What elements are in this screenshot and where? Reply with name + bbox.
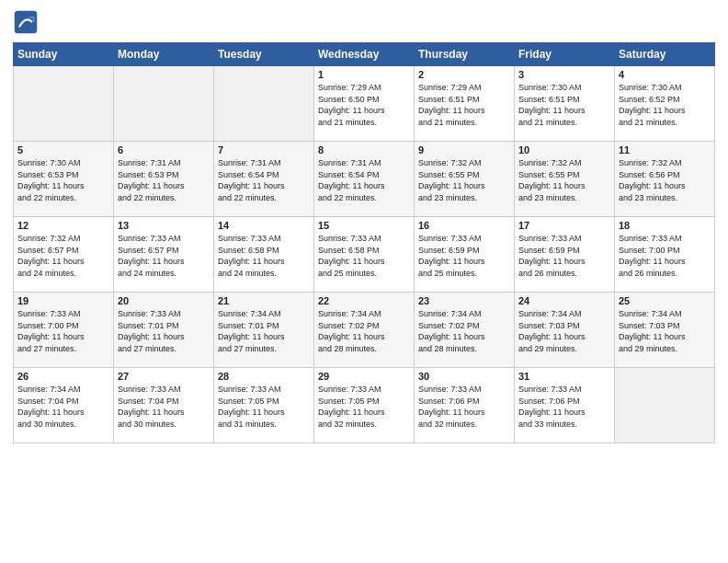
calendar-cell: 24Sunrise: 7:34 AM Sunset: 7:03 PM Dayli… (515, 293, 615, 368)
cell-content: Sunrise: 7:34 AM Sunset: 7:01 PM Dayligh… (218, 308, 310, 354)
cell-content: Sunrise: 7:33 AM Sunset: 7:01 PM Dayligh… (118, 308, 210, 354)
cell-content: Sunrise: 7:33 AM Sunset: 6:58 PM Dayligh… (318, 233, 410, 279)
day-number: 25 (619, 295, 711, 306)
day-number: 10 (518, 144, 610, 155)
cell-content: Sunrise: 7:33 AM Sunset: 6:59 PM Dayligh… (518, 233, 610, 279)
day-number: 30 (418, 371, 510, 382)
cell-content: Sunrise: 7:33 AM Sunset: 6:59 PM Dayligh… (418, 233, 510, 279)
week-row-5: 26Sunrise: 7:34 AM Sunset: 7:04 PM Dayli… (14, 368, 715, 443)
logo-icon (13, 9, 39, 35)
day-number: 6 (118, 144, 210, 155)
cell-content: Sunrise: 7:34 AM Sunset: 7:02 PM Dayligh… (418, 308, 510, 354)
cell-content: Sunrise: 7:31 AM Sunset: 6:54 PM Dayligh… (318, 157, 410, 203)
calendar-cell: 4Sunrise: 7:30 AM Sunset: 6:52 PM Daylig… (615, 66, 715, 142)
calendar-cell (114, 66, 214, 142)
day-number: 17 (518, 220, 610, 231)
calendar-cell: 10Sunrise: 7:32 AM Sunset: 6:55 PM Dayli… (515, 142, 615, 217)
day-number: 2 (418, 69, 510, 80)
cell-content: Sunrise: 7:34 AM Sunset: 7:02 PM Dayligh… (318, 308, 410, 354)
day-number: 18 (619, 220, 711, 231)
calendar-cell: 17Sunrise: 7:33 AM Sunset: 6:59 PM Dayli… (515, 217, 615, 293)
calendar: SundayMondayTuesdayWednesdayThursdayFrid… (13, 42, 715, 443)
calendar-cell: 28Sunrise: 7:33 AM Sunset: 7:05 PM Dayli… (214, 368, 314, 443)
cell-content: Sunrise: 7:32 AM Sunset: 6:57 PM Dayligh… (17, 233, 109, 279)
day-number: 16 (418, 220, 510, 231)
calendar-cell: 9Sunrise: 7:32 AM Sunset: 6:55 PM Daylig… (415, 142, 515, 217)
calendar-cell: 25Sunrise: 7:34 AM Sunset: 7:03 PM Dayli… (615, 293, 715, 368)
cell-content: Sunrise: 7:33 AM Sunset: 6:58 PM Dayligh… (218, 233, 310, 279)
cell-content: Sunrise: 7:33 AM Sunset: 7:00 PM Dayligh… (619, 233, 711, 279)
weekday-header-thursday: Thursday (415, 43, 515, 66)
day-number: 21 (218, 295, 310, 306)
week-row-2: 5Sunrise: 7:30 AM Sunset: 6:53 PM Daylig… (14, 142, 715, 217)
header (13, 9, 715, 35)
calendar-cell: 15Sunrise: 7:33 AM Sunset: 6:58 PM Dayli… (314, 217, 415, 293)
calendar-cell: 27Sunrise: 7:33 AM Sunset: 7:04 PM Dayli… (114, 368, 214, 443)
day-number: 1 (318, 69, 410, 80)
day-number: 24 (518, 295, 610, 306)
day-number: 12 (17, 220, 109, 231)
calendar-cell: 30Sunrise: 7:33 AM Sunset: 7:06 PM Dayli… (415, 368, 515, 443)
day-number: 8 (318, 144, 410, 155)
cell-content: Sunrise: 7:30 AM Sunset: 6:52 PM Dayligh… (619, 82, 711, 128)
day-number: 19 (17, 295, 109, 306)
cell-content: Sunrise: 7:34 AM Sunset: 7:03 PM Dayligh… (518, 308, 610, 354)
cell-content: Sunrise: 7:34 AM Sunset: 7:03 PM Dayligh… (619, 308, 711, 354)
calendar-cell: 3Sunrise: 7:30 AM Sunset: 6:51 PM Daylig… (515, 66, 615, 142)
day-number: 22 (318, 295, 410, 306)
weekday-header-saturday: Saturday (615, 43, 715, 66)
weekday-header-monday: Monday (114, 43, 214, 66)
calendar-cell: 7Sunrise: 7:31 AM Sunset: 6:54 PM Daylig… (214, 142, 314, 217)
day-number: 15 (318, 220, 410, 231)
cell-content: Sunrise: 7:33 AM Sunset: 7:05 PM Dayligh… (318, 384, 410, 430)
calendar-cell: 14Sunrise: 7:33 AM Sunset: 6:58 PM Dayli… (214, 217, 314, 293)
cell-content: Sunrise: 7:33 AM Sunset: 7:06 PM Dayligh… (418, 384, 510, 430)
week-row-3: 12Sunrise: 7:32 AM Sunset: 6:57 PM Dayli… (14, 217, 715, 293)
cell-content: Sunrise: 7:33 AM Sunset: 6:57 PM Dayligh… (118, 233, 210, 279)
day-number: 14 (218, 220, 310, 231)
cell-content: Sunrise: 7:30 AM Sunset: 6:51 PM Dayligh… (518, 82, 610, 128)
day-number: 26 (17, 371, 109, 382)
day-number: 29 (318, 371, 410, 382)
weekday-header-tuesday: Tuesday (214, 43, 314, 66)
day-number: 23 (418, 295, 510, 306)
calendar-cell: 31Sunrise: 7:33 AM Sunset: 7:06 PM Dayli… (515, 368, 615, 443)
cell-content: Sunrise: 7:33 AM Sunset: 7:00 PM Dayligh… (17, 308, 109, 354)
calendar-cell: 5Sunrise: 7:30 AM Sunset: 6:53 PM Daylig… (14, 142, 114, 217)
day-number: 7 (218, 144, 310, 155)
calendar-cell: 11Sunrise: 7:32 AM Sunset: 6:56 PM Dayli… (615, 142, 715, 217)
day-number: 5 (17, 144, 109, 155)
calendar-cell (615, 368, 715, 443)
cell-content: Sunrise: 7:31 AM Sunset: 6:53 PM Dayligh… (118, 157, 210, 203)
day-number: 28 (218, 371, 310, 382)
calendar-cell: 2Sunrise: 7:29 AM Sunset: 6:51 PM Daylig… (415, 66, 515, 142)
day-number: 9 (418, 144, 510, 155)
day-number: 13 (118, 220, 210, 231)
cell-content: Sunrise: 7:33 AM Sunset: 7:04 PM Dayligh… (118, 384, 210, 430)
week-row-4: 19Sunrise: 7:33 AM Sunset: 7:00 PM Dayli… (14, 293, 715, 368)
cell-content: Sunrise: 7:32 AM Sunset: 6:56 PM Dayligh… (619, 157, 711, 203)
cell-content: Sunrise: 7:34 AM Sunset: 7:04 PM Dayligh… (17, 384, 109, 430)
weekday-header-row: SundayMondayTuesdayWednesdayThursdayFrid… (14, 43, 715, 66)
day-number: 27 (118, 371, 210, 382)
logo (13, 9, 40, 35)
day-number: 31 (518, 371, 610, 382)
page: SundayMondayTuesdayWednesdayThursdayFrid… (0, 0, 728, 563)
cell-content: Sunrise: 7:32 AM Sunset: 6:55 PM Dayligh… (418, 157, 510, 203)
calendar-cell: 6Sunrise: 7:31 AM Sunset: 6:53 PM Daylig… (114, 142, 214, 217)
calendar-cell (14, 66, 114, 142)
calendar-cell: 29Sunrise: 7:33 AM Sunset: 7:05 PM Dayli… (314, 368, 415, 443)
calendar-cell (214, 66, 314, 142)
day-number: 11 (619, 144, 711, 155)
calendar-cell: 12Sunrise: 7:32 AM Sunset: 6:57 PM Dayli… (14, 217, 114, 293)
day-number: 20 (118, 295, 210, 306)
calendar-cell: 22Sunrise: 7:34 AM Sunset: 7:02 PM Dayli… (314, 293, 415, 368)
weekday-header-sunday: Sunday (14, 43, 114, 66)
calendar-cell: 26Sunrise: 7:34 AM Sunset: 7:04 PM Dayli… (14, 368, 114, 443)
calendar-cell: 18Sunrise: 7:33 AM Sunset: 7:00 PM Dayli… (615, 217, 715, 293)
calendar-cell: 23Sunrise: 7:34 AM Sunset: 7:02 PM Dayli… (415, 293, 515, 368)
week-row-1: 1Sunrise: 7:29 AM Sunset: 6:50 PM Daylig… (14, 66, 715, 142)
calendar-cell: 8Sunrise: 7:31 AM Sunset: 6:54 PM Daylig… (314, 142, 415, 217)
cell-content: Sunrise: 7:33 AM Sunset: 7:05 PM Dayligh… (218, 384, 310, 430)
cell-content: Sunrise: 7:29 AM Sunset: 6:51 PM Dayligh… (418, 82, 510, 128)
